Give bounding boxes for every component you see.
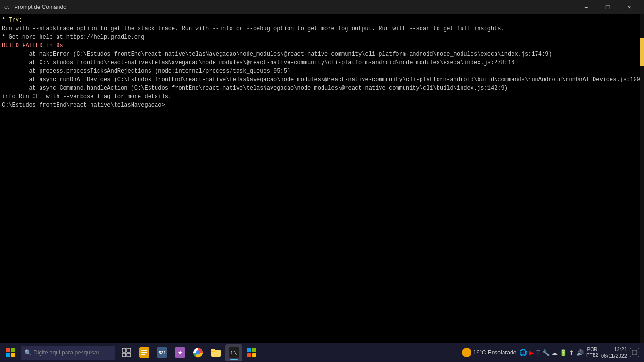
close-button[interactable]: × xyxy=(619,0,640,14)
window-controls: − □ × xyxy=(575,0,640,14)
svg-rect-2 xyxy=(6,348,10,352)
terminal-line: at async runOnAllDevices (C:\Estudos fro… xyxy=(2,75,642,84)
svg-rect-23 xyxy=(632,350,637,355)
scrollbar[interactable] xyxy=(640,14,644,343)
minimize-button[interactable]: − xyxy=(575,0,597,14)
terminal-app-icon: C\ xyxy=(4,3,11,11)
svg-rect-5 xyxy=(11,353,15,357)
explorer-app[interactable] xyxy=(207,344,224,361)
title-bar: C\ Prompt de Comando − □ × xyxy=(0,0,644,14)
terminal-line: * Try: xyxy=(2,16,642,25)
svg-rect-21 xyxy=(247,353,251,357)
tray-update-icon[interactable]: ⬆ xyxy=(569,349,574,356)
window-title: Prompt de Comando xyxy=(14,4,66,10)
terminal-line: BUILD FAILED in 9s xyxy=(2,41,642,50)
sys-tray: 🌐 ▶ T 🔧 ☁ 🔋 ⬆ 🔊 xyxy=(519,349,584,356)
svg-rect-3 xyxy=(11,348,15,352)
terminal-line: at process.processTicksAndRejections (no… xyxy=(2,67,642,75)
taskbar-right: 19°C Ensolarado 🌐 ▶ T 🔧 ☁ 🔋 ⬆ 🔊 POR PTB2… xyxy=(462,346,642,360)
grid-app[interactable] xyxy=(243,344,260,361)
language-indicator[interactable]: POR PTB2 xyxy=(586,347,598,358)
svg-rect-10 xyxy=(141,350,147,351)
terminal-line: info Run CLI with --verbose flag for mor… xyxy=(2,92,642,101)
terminal-app[interactable]: C\ xyxy=(225,344,242,361)
svg-rect-6 xyxy=(122,348,126,352)
tasklist-app[interactable] xyxy=(136,344,153,361)
svg-point-15 xyxy=(197,351,200,354)
terminal-line: at makeError (C:\Estudos frontEnd\react-… xyxy=(2,50,642,58)
terminal-line: at C:\Estudos frontEnd\react-native\tela… xyxy=(2,58,642,67)
title-bar-left: C\ Prompt de Comando xyxy=(4,3,66,11)
svg-text:C\: C\ xyxy=(4,5,9,10)
notification-center[interactable] xyxy=(630,348,639,357)
language-code: POR xyxy=(586,347,598,353)
search-icon: 🔍 xyxy=(25,349,32,356)
svg-rect-18 xyxy=(211,349,215,351)
tray-network-icon[interactable]: 🔧 xyxy=(542,349,550,356)
terminal-line: at async Command.handleAction (C:\Estudo… xyxy=(2,84,642,92)
date-display: 06/11/2022 xyxy=(601,353,627,359)
svg-rect-8 xyxy=(122,353,126,357)
svg-rect-7 xyxy=(127,348,131,352)
taskbar-search[interactable]: 🔍 Digite aqui para pesquisar xyxy=(21,346,115,360)
terminal-line: * Get more help at https://help.gradle.o… xyxy=(2,33,642,41)
weather-icon xyxy=(462,348,471,357)
tray-youtube-icon[interactable]: ▶ xyxy=(529,349,534,356)
taskview-button[interactable] xyxy=(118,344,135,361)
chrome-app[interactable] xyxy=(190,344,206,361)
tray-battery-icon[interactable]: 🔋 xyxy=(560,349,567,356)
svg-rect-20 xyxy=(252,348,256,352)
weather-desc: Ensolarado xyxy=(488,349,517,356)
time-display: 12:21 xyxy=(601,346,627,353)
svg-rect-19 xyxy=(247,348,251,352)
svg-rect-22 xyxy=(252,353,256,357)
tray-edge-icon[interactable]: 🌐 xyxy=(519,349,527,356)
search-placeholder: Digite aqui para pesquisar xyxy=(33,349,99,356)
app-purple[interactable]: ✦ xyxy=(172,344,189,361)
weather-temp: 19°C xyxy=(473,349,486,356)
svg-rect-11 xyxy=(141,352,147,353)
terminal-output[interactable]: * Try:Run with --stacktrace option to ge… xyxy=(0,14,644,343)
svg-rect-12 xyxy=(141,354,145,355)
app-521[interactable]: 521 xyxy=(154,344,171,361)
tray-volume-icon[interactable]: 🔊 xyxy=(576,349,584,356)
tray-cloud-icon[interactable]: ☁ xyxy=(552,349,558,356)
scrollbar-thumb[interactable] xyxy=(640,38,644,66)
start-button[interactable] xyxy=(2,344,19,361)
terminal-line: Run with --stacktrace option to get the … xyxy=(2,25,642,33)
terminal-line: C:\Estudos frontEnd\react-native\telasNa… xyxy=(2,101,642,109)
tray-teams-icon[interactable]: T xyxy=(536,349,540,356)
svg-rect-9 xyxy=(127,353,131,357)
svg-rect-4 xyxy=(6,353,10,357)
weather-widget[interactable]: 19°C Ensolarado xyxy=(462,348,517,357)
maximize-button[interactable]: □ xyxy=(597,0,619,14)
language-variant: PTB2 xyxy=(586,353,598,358)
taskbar: 🔍 Digite aqui para pesquisar xyxy=(0,343,644,362)
taskbar-apps: 521 ✦ C\ xyxy=(118,344,260,361)
clock[interactable]: 12:21 06/11/2022 xyxy=(601,346,627,360)
